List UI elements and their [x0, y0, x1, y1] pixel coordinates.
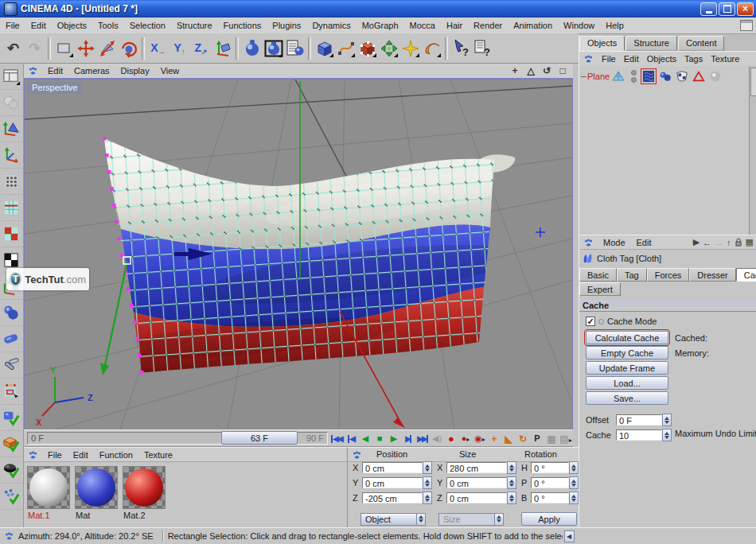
submenu-arrow-icon[interactable]: ▶	[693, 237, 699, 247]
menu-help[interactable]: Help	[600, 19, 629, 32]
help-palette-icon[interactable]: ?	[472, 37, 493, 60]
workplane-icon[interactable]	[1, 326, 23, 352]
object-list-scrollbar[interactable]	[749, 66, 756, 235]
selection-filter-icon[interactable]	[1, 379, 23, 405]
points-mode-icon[interactable]	[1, 169, 23, 195]
object-name[interactable]: Plane	[587, 72, 610, 81]
menu-structure[interactable]: Structure	[171, 19, 218, 32]
lock-y-axis-icon[interactable]: Y↑	[169, 37, 190, 60]
materials-menu-function[interactable]: Function	[94, 449, 138, 461]
coordinate-input[interactable]: 0 cm	[446, 492, 507, 503]
history-forward-icon[interactable]: →	[715, 238, 723, 247]
stepper[interactable]	[569, 492, 579, 504]
sound-button[interactable]: ◀)	[430, 432, 444, 446]
panel-handle-icon[interactable]	[583, 238, 594, 247]
spline-icon[interactable]	[335, 37, 357, 60]
viewport-menu-edit[interactable]: Edit	[42, 64, 68, 77]
scrollbar-thumb[interactable]	[750, 68, 756, 96]
stepper[interactable]	[507, 461, 516, 474]
go-to-start-button[interactable]: ◀◀	[329, 432, 344, 446]
menu-file[interactable]: File	[0, 19, 25, 32]
viewport-canvas[interactable]: Perspective	[24, 79, 573, 430]
cache-mode-checkbox[interactable]: ✓	[586, 317, 595, 326]
object-mode-dropdown[interactable]: Object	[360, 513, 426, 526]
coordinate-input[interactable]: 0 cm	[362, 477, 423, 488]
metaballs-icon[interactable]	[1, 300, 23, 326]
stepper[interactable]	[423, 461, 432, 474]
minimize-button[interactable]	[700, 2, 717, 16]
viewport-menu-cameras[interactable]: Cameras	[68, 64, 115, 77]
render-active-view-icon[interactable]	[241, 37, 263, 60]
primitive-cube-icon[interactable]	[314, 37, 335, 60]
record-pla-button[interactable]: ▦	[544, 432, 559, 446]
panel-mode-icon[interactable]: ▦	[746, 237, 754, 247]
coordinate-system-icon[interactable]	[212, 37, 233, 60]
record-rotation-button[interactable]: ↻	[516, 432, 530, 446]
menu-window[interactable]: Window	[558, 19, 600, 32]
menu-mograph[interactable]: MoGraph	[357, 19, 404, 32]
coordinate-input[interactable]: 0 °	[531, 477, 569, 488]
scale-icon[interactable]	[96, 37, 118, 60]
timeline-options-button[interactable]: ▤▸	[559, 432, 573, 446]
material-thumbnail[interactable]	[27, 466, 70, 509]
help-pointer-icon[interactable]: ?	[450, 37, 472, 60]
cache-stepper[interactable]	[662, 429, 672, 441]
stepper[interactable]	[423, 492, 432, 504]
attribute-tab-expert[interactable]: Expert	[579, 282, 621, 296]
save-button[interactable]: Save...	[586, 391, 668, 405]
panel-handle-icon[interactable]	[583, 54, 594, 64]
play-backwards-button[interactable]: ◀	[358, 432, 372, 446]
empty-cache-button[interactable]: Empty Cache	[586, 346, 668, 359]
stop-button[interactable]: ■	[372, 432, 387, 446]
coordinate-input[interactable]: -205 cm	[362, 492, 423, 503]
update-frame-button[interactable]: Update Frame	[586, 361, 668, 375]
close-button[interactable]: ×	[737, 2, 754, 16]
modeling-object-icon[interactable]	[357, 37, 378, 60]
dynamics-enabled-icon[interactable]	[1, 484, 23, 510]
model-mode-icon[interactable]	[1, 116, 23, 142]
layout-icon[interactable]	[1, 64, 23, 90]
record-scale-button[interactable]: ◣	[501, 432, 516, 446]
window-layout-icon[interactable]	[740, 20, 753, 31]
attribute-tab-dresser[interactable]: Dresser	[689, 268, 736, 282]
stepper[interactable]	[569, 461, 579, 474]
attribute-tab-forces[interactable]: Forces	[647, 268, 690, 282]
rotate-icon[interactable]	[118, 37, 139, 60]
cloth-tag-icon[interactable]	[641, 69, 656, 84]
menu-hair[interactable]: Hair	[441, 19, 468, 32]
redo-icon[interactable]: ↷	[24, 37, 45, 60]
deformers-enabled-icon[interactable]	[1, 457, 23, 484]
viewport-menu-display[interactable]: Display	[115, 64, 155, 77]
snap-enabled-icon[interactable]	[1, 405, 23, 431]
history-back-icon[interactable]: ←	[703, 238, 711, 247]
stepper[interactable]	[423, 476, 432, 489]
menu-objects[interactable]: Objects	[52, 19, 92, 32]
tab-content[interactable]: Content	[678, 36, 725, 51]
materials-menu-texture[interactable]: Texture	[138, 449, 178, 461]
material-item[interactable]: Mat.2	[123, 466, 166, 522]
deformer-icon[interactable]	[421, 37, 442, 60]
attribute-tab-tag[interactable]: Tag	[617, 268, 647, 282]
move-icon[interactable]	[75, 37, 96, 60]
next-frame-button[interactable]: ▶	[401, 432, 415, 446]
previous-frame-button[interactable]: ◀	[344, 432, 358, 446]
plane-object-icon[interactable]	[612, 71, 625, 82]
title-bar[interactable]: CINEMA 4D - [Untitled 7 *] ×	[0, 0, 756, 17]
material-tag-icon[interactable]	[708, 69, 723, 84]
dropdown-stepper-icon[interactable]	[416, 513, 426, 526]
stepper[interactable]	[507, 492, 516, 504]
phong-tag-icon[interactable]	[675, 69, 689, 84]
panel-handle-icon[interactable]	[28, 450, 39, 460]
menu-tools[interactable]: Tools	[92, 19, 124, 32]
array-object-icon[interactable]	[378, 37, 399, 60]
visibility-dots[interactable]	[631, 70, 637, 83]
maximize-view-icon[interactable]: △	[525, 65, 536, 76]
menu-mocca[interactable]: Mocca	[404, 19, 441, 32]
animation-dot-icon[interactable]	[598, 319, 604, 324]
apply-button[interactable]: Apply	[521, 512, 577, 526]
cache-input[interactable]: 10	[616, 429, 662, 441]
go-to-end-button[interactable]: ▶▶	[415, 432, 430, 446]
display-tag-icon[interactable]	[692, 69, 706, 84]
lock-z-axis-icon[interactable]: Z↗	[190, 37, 212, 60]
viewport-menu-view[interactable]: View	[155, 64, 185, 77]
